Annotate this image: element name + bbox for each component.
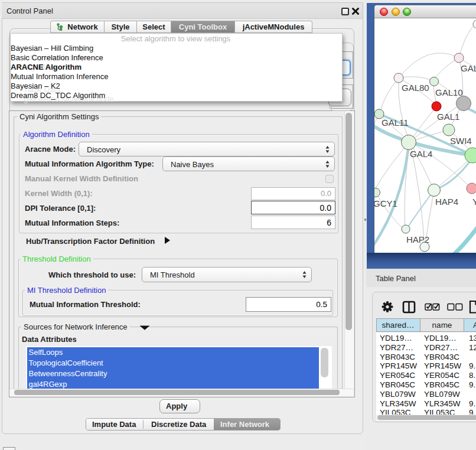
svg-text:GAL: GAL xyxy=(461,63,476,73)
svg-text:GAL1: GAL1 xyxy=(437,112,459,122)
svg-text:GAL4: GAL4 xyxy=(410,149,432,159)
svg-text:HAP2: HAP2 xyxy=(406,234,429,244)
svg-text:Y: Y xyxy=(472,197,476,207)
svg-text:GAL10: GAL10 xyxy=(435,87,463,97)
svg-text:SWI4: SWI4 xyxy=(450,136,472,146)
svg-text:HAP4: HAP4 xyxy=(435,197,458,207)
svg-text:GAL11: GAL11 xyxy=(382,118,409,128)
svg-text:GAL80: GAL80 xyxy=(402,83,429,93)
svg-text:GCY1: GCY1 xyxy=(374,198,397,208)
